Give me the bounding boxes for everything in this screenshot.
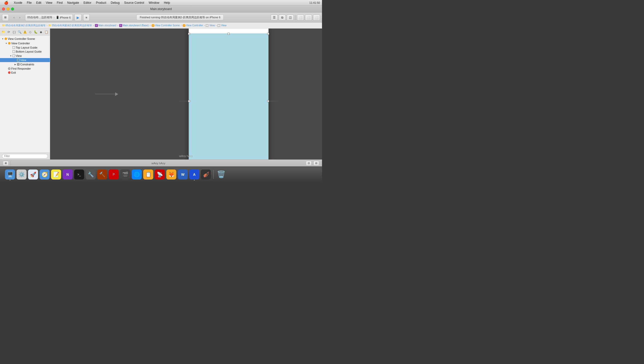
sidebar-panel: 📁 ⟳ { } 🔍 ⚠️ ◇ 🐛 ◆ 📋 ▼ View Controller S… <box>0 29 50 159</box>
expand-vc[interactable]: ▼ <box>5 42 8 45</box>
tree-item-view[interactable]: ▼ View <box>0 54 50 58</box>
traffic-lights <box>2 8 14 11</box>
dock-launchpad[interactable]: 🚀 <box>28 169 38 179</box>
editor-version-button[interactable]: ◫ <box>287 15 294 21</box>
navigator-show-button[interactable]: ⬜ <box>297 15 304 21</box>
add-constraint-button[interactable]: ⊞ <box>3 161 9 165</box>
dock-safari[interactable]: 🧭 <box>40 169 50 179</box>
scheme-selector[interactable]: 05自动布…边距相等 › 📱 iPhone 6 <box>25 14 73 21</box>
selected-view[interactable] <box>189 34 268 160</box>
maximize-button[interactable] <box>11 8 14 11</box>
breadcrumb-view2[interactable]: View <box>218 24 227 27</box>
navigator-toggle-button[interactable]: ⊞ <box>2 14 9 21</box>
breadcrumb-label-6: View <box>209 24 215 27</box>
forward-button[interactable]: › <box>17 15 23 20</box>
handle-tl[interactable] <box>188 33 190 35</box>
debug-nav-button[interactable]: 🐛 <box>33 29 38 35</box>
run-icon: ▶ <box>77 16 79 20</box>
bottom-bar: ⊞ wAny hAny ⊡ ⊟ <box>0 159 322 166</box>
expand-view[interactable]: ▼ <box>9 54 13 58</box>
breadcrumb-label-3: Main.storyboard (Base) <box>123 24 149 27</box>
editor-standard-button[interactable]: ☰ <box>271 15 278 21</box>
handle-tc[interactable] <box>228 33 230 35</box>
separator <box>11 161 11 165</box>
breadcrumb-storyboard[interactable]: S Main.storyboard <box>95 24 116 27</box>
stop-button[interactable]: ■ <box>83 14 89 21</box>
size-class-label: wAny hAny <box>179 154 193 157</box>
edit-menu[interactable]: Edit <box>34 1 43 5</box>
dock-terminal[interactable]: >_ <box>74 169 84 179</box>
dock-app5[interactable]: 🌐 <box>132 169 142 179</box>
tree-item-blg[interactable]: Bottom Layout Guide <box>0 50 50 54</box>
view-menu[interactable]: View <box>44 1 54 5</box>
report-nav-button[interactable]: 📋 <box>44 29 49 35</box>
debug-menu[interactable]: Debug <box>109 1 121 5</box>
dock-app2[interactable]: 🔨 <box>97 169 107 179</box>
dock-ftp[interactable]: 📡 <box>155 169 165 179</box>
dock-app3[interactable]: P <box>109 169 119 179</box>
breadcrumb-view1[interactable]: View <box>206 24 215 27</box>
find-nav-button[interactable]: 🔍 <box>17 29 22 35</box>
minimize-button[interactable] <box>7 8 10 11</box>
product-menu[interactable]: Product <box>94 1 108 5</box>
source-control-menu[interactable]: Source Control <box>122 1 146 5</box>
breadcrumb-home[interactable]: 📁 05自动布局案例2-距离四周边距相等 <box>2 24 46 27</box>
window-title: Main.storyboard <box>150 7 172 11</box>
xcode-menu[interactable]: Xcode <box>12 1 24 5</box>
window-menu[interactable]: Window <box>147 1 162 5</box>
filter-input[interactable] <box>2 154 48 158</box>
help-menu[interactable]: Help <box>162 1 172 5</box>
test-nav-button[interactable]: ◇ <box>28 29 33 35</box>
debug-show-button[interactable]: ⬜ <box>305 15 312 21</box>
expand-constraints[interactable]: ▶ <box>14 63 17 66</box>
file-nav-button[interactable]: 📁 <box>1 29 6 35</box>
dock-clipboard[interactable]: 📋 <box>143 169 153 179</box>
dock-trash[interactable]: 🗑️ <box>216 169 226 179</box>
dock-finder[interactable]: 🖥️ <box>5 169 15 179</box>
dock-word[interactable]: W <box>178 169 188 179</box>
utilities-show-button[interactable]: ⬜ <box>313 15 320 21</box>
close-button[interactable] <box>2 8 5 11</box>
run-button[interactable]: ▶ <box>74 14 82 21</box>
tree-item-vc[interactable]: ▼ View Controller <box>0 41 50 46</box>
navigate-menu[interactable]: Navigate <box>65 1 81 5</box>
breadcrumb-storyboard-base[interactable]: S Main.storyboard (Base) <box>119 24 149 27</box>
tree-item-innerview[interactable]: View <box>0 58 50 62</box>
breadcrumb-folder2[interactable]: 📁 05自动布局案例2-距离四周边距相等 <box>48 24 92 27</box>
file-menu[interactable]: File <box>25 1 34 5</box>
symbol-nav-button[interactable]: { } <box>12 29 17 35</box>
dock-xcode[interactable]: A <box>189 169 199 179</box>
dock-app4[interactable]: 🎬 <box>120 169 130 179</box>
zoom-button[interactable]: ⊟ <box>313 161 319 165</box>
find-menu[interactable]: Find <box>55 1 65 5</box>
expand-vcs[interactable]: ▼ <box>1 37 5 41</box>
dock-onenote[interactable]: N <box>63 169 73 179</box>
dock-fox[interactable]: 🦊 <box>166 169 176 179</box>
tree-item-constraints[interactable]: ▶ ⊞ Constraints <box>0 62 50 67</box>
tree-item-exit[interactable]: Exit <box>0 71 50 75</box>
issue-nav-button[interactable]: ⚠️ <box>23 29 27 35</box>
dock-instruments[interactable]: 🎻 <box>201 169 211 179</box>
instruments-icon: 🎻 <box>203 171 209 177</box>
editor-assistant-button[interactable]: ⧉ <box>279 15 286 21</box>
editor-menu[interactable]: Editor <box>82 1 93 5</box>
view-as-button[interactable]: ⊡ <box>306 161 311 165</box>
breakpoint-nav-button[interactable]: ◆ <box>39 29 43 35</box>
breadcrumb-sep-3: › <box>117 24 118 27</box>
dock-dot-xcode <box>194 180 195 180</box>
tree-item-tlg[interactable]: Top Layout Guide <box>0 46 50 50</box>
breadcrumb-vcs[interactable]: V View Controller Scene <box>151 24 180 27</box>
dock-app1[interactable]: 🔧 <box>86 169 96 179</box>
source-nav-button[interactable]: ⟳ <box>6 29 11 35</box>
canvas-area[interactable]: wAny hAny <box>50 29 322 159</box>
apple-menu[interactable]: 🍎 <box>2 0 10 5</box>
dock-notes[interactable]: 📝 <box>51 169 61 179</box>
tree-item-vcs[interactable]: ▼ View Controller Scene <box>0 37 50 41</box>
dock-sysprefs[interactable]: ⚙️ <box>17 169 27 179</box>
app2-icon: 🔨 <box>99 171 105 177</box>
tree-item-fr[interactable]: ⚙ First Responder <box>0 67 50 71</box>
bottom-center: wAny hAny <box>151 162 165 165</box>
handle-tr[interactable] <box>267 33 269 35</box>
breadcrumb-vc[interactable]: V View Controller <box>183 24 203 27</box>
back-button[interactable]: ‹ <box>11 15 17 20</box>
